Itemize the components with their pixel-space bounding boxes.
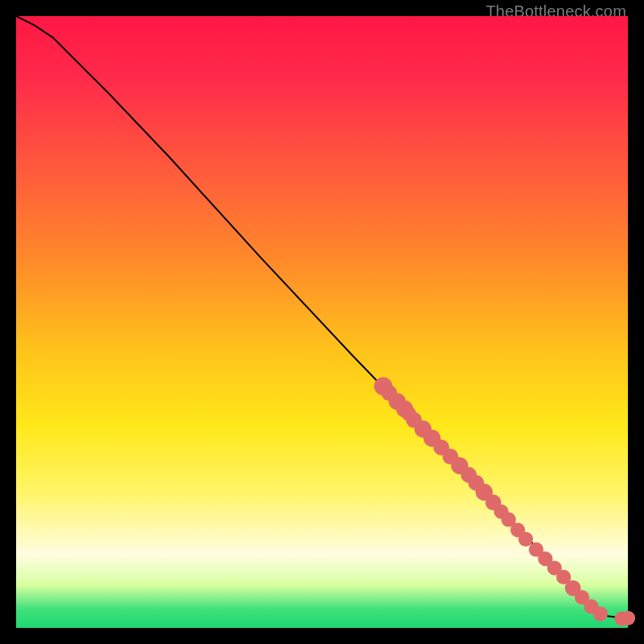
bottleneck-curve [16,16,628,619]
data-points-group [374,377,636,625]
data-point [518,532,533,547]
chart-frame: TheBottleneck.com [0,0,644,644]
chart-overlay [16,16,628,628]
data-point [621,611,635,625]
data-point [593,606,608,621]
plot-area [16,16,628,628]
